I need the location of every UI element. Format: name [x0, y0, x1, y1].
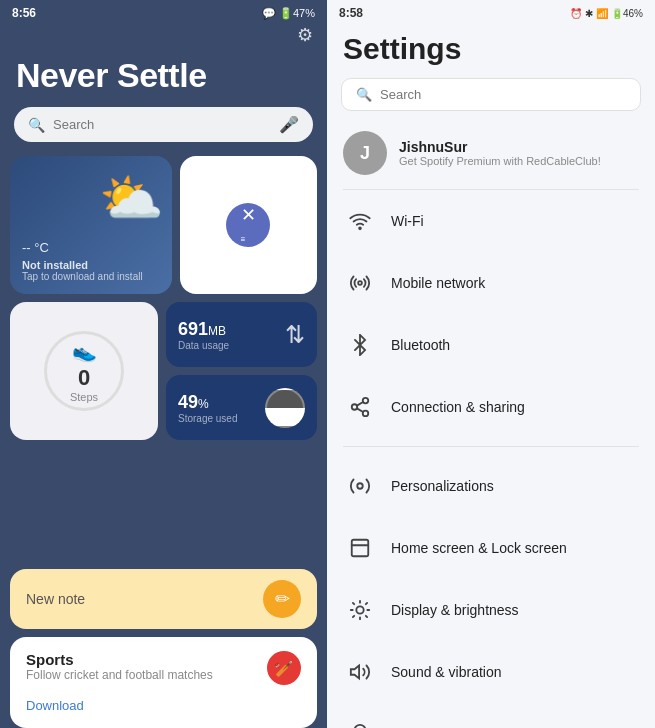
sports-widget[interactable]: Sports Follow cricket and football match…: [10, 637, 317, 728]
svg-line-5: [357, 408, 363, 412]
steps-label: Steps: [70, 391, 98, 403]
settings-item-personalizations[interactable]: Personalizations: [327, 455, 655, 517]
top-bar-left: ⚙: [0, 24, 327, 52]
calc-x-icon: ✕≡: [241, 204, 256, 247]
wifi-icon: [343, 204, 377, 238]
steps-widget[interactable]: 👟 0 Steps: [10, 302, 158, 440]
left-panel: 8:56 💬 🔋47% ⚙ Never Settle 🔍 🎤 ⛅ -- °C N…: [0, 0, 327, 728]
display-icon: [343, 593, 377, 627]
note-widget[interactable]: New note ✏: [10, 569, 317, 629]
search-icon-left: 🔍: [28, 117, 45, 133]
widgets-row-2: 👟 0 Steps 691MB Data usage ⇅: [10, 302, 317, 440]
sound-icon: [343, 655, 377, 689]
storage-circle-icon: [265, 388, 305, 428]
user-info: JishnuSur Get Spotify Premium with RedCa…: [399, 139, 601, 167]
data-amount: 691MB: [178, 319, 229, 340]
bluetooth-icon: [343, 328, 377, 362]
battery-icon-left: 🔋47%: [279, 7, 315, 20]
section-divider-2: [327, 447, 655, 455]
user-subtitle: Get Spotify Premium with RedCableClub!: [399, 155, 601, 167]
svg-line-14: [366, 616, 367, 617]
svg-line-13: [353, 603, 354, 604]
display-label: Display & brightness: [391, 602, 519, 618]
gear-icon[interactable]: ⚙: [297, 24, 313, 46]
storage-widget[interactable]: 49% Storage used: [166, 375, 317, 440]
sports-title: Sports: [26, 651, 213, 668]
time-right: 8:58: [339, 6, 363, 20]
homescreen-icon: [343, 531, 377, 565]
section-divider-1: [327, 438, 655, 446]
user-avatar: J: [343, 131, 387, 175]
data-col: 691MB Data usage ⇅ 49% Storage used: [166, 302, 317, 440]
settings-item-connection[interactable]: Connection & sharing: [327, 376, 655, 438]
steps-circle: 👟 0 Steps: [44, 331, 124, 411]
steps-icon: 👟: [72, 339, 97, 363]
svg-line-17: [353, 616, 354, 617]
svg-rect-8: [352, 540, 369, 557]
homescreen-label: Home screen & Lock screen: [391, 540, 567, 556]
connection-icon: [343, 390, 377, 424]
settings-item-notifications[interactable]: Notifications & status bar: [327, 703, 655, 728]
weather-temp: -- °C: [22, 240, 160, 255]
storage-label: Storage used: [178, 413, 238, 424]
sports-icon: 🏏: [267, 651, 301, 685]
settings-item-mobile[interactable]: Mobile network: [327, 252, 655, 314]
weather-subtitle: Tap to download and install: [22, 271, 160, 282]
search-bar-right[interactable]: 🔍: [341, 78, 641, 111]
right-panel: 8:58 ⏰ ✱ 📶 🔋46% Settings 🔍 J JishnuSur G…: [327, 0, 655, 728]
app-title: Never Settle: [0, 52, 327, 107]
calc-icon: ✕≡: [226, 203, 270, 247]
signal-icon: 📶: [596, 8, 608, 19]
whatsapp-icon: 💬: [262, 7, 276, 20]
svg-point-1: [358, 281, 362, 285]
weather-emoji-icon: ⛅: [99, 168, 164, 229]
steps-count: 0: [78, 365, 90, 391]
time-left: 8:56: [12, 6, 36, 20]
settings-item-bluetooth[interactable]: Bluetooth: [327, 314, 655, 376]
status-bar-left: 8:56 💬 🔋47%: [0, 0, 327, 24]
mic-icon[interactable]: 🎤: [279, 115, 299, 134]
svg-marker-19: [351, 666, 359, 679]
weather-status: Not installed: [22, 259, 160, 271]
mobile-network-label: Mobile network: [391, 275, 485, 291]
wifi-label: Wi-Fi: [391, 213, 424, 229]
data-usage-widget[interactable]: 691MB Data usage ⇅: [166, 302, 317, 367]
sports-desc: Follow cricket and football matches: [26, 668, 213, 682]
status-icons-right: ⏰ ✱ 📶 🔋46%: [570, 8, 643, 19]
status-icons-left: 💬 🔋47%: [262, 7, 315, 20]
mobile-network-icon: [343, 266, 377, 300]
settings-title: Settings: [327, 24, 655, 78]
notifications-icon: [343, 717, 377, 728]
weather-widget[interactable]: ⛅ -- °C Not installed Tap to download an…: [10, 156, 172, 294]
settings-item-homescreen[interactable]: Home screen & Lock screen: [327, 517, 655, 579]
svg-point-0: [359, 227, 361, 229]
alarm-icon: ⏰: [570, 8, 582, 19]
settings-item-display[interactable]: Display & brightness: [327, 579, 655, 641]
search-icon-right: 🔍: [356, 87, 372, 102]
download-link[interactable]: Download: [26, 698, 84, 713]
settings-item-wifi[interactable]: Wi-Fi: [327, 190, 655, 252]
settings-item-sound[interactable]: Sound & vibration: [327, 641, 655, 703]
note-text: New note: [26, 591, 85, 607]
search-input-right[interactable]: [380, 87, 626, 102]
storage-pct: 49%: [178, 392, 238, 413]
calculator-widget[interactable]: ✕≡: [180, 156, 318, 294]
connection-label: Connection & sharing: [391, 399, 525, 415]
sound-label: Sound & vibration: [391, 664, 502, 680]
personalizations-icon: [343, 469, 377, 503]
bluetooth-status-icon: ✱: [585, 8, 593, 19]
search-input-left[interactable]: [53, 117, 271, 132]
svg-line-6: [357, 402, 363, 406]
widgets-row-1: ⛅ -- °C Not installed Tap to download an…: [10, 156, 317, 294]
sports-header: Sports Follow cricket and football match…: [26, 651, 301, 692]
status-bar-right: 8:58 ⏰ ✱ 📶 🔋46%: [327, 0, 655, 24]
data-info: 691MB Data usage: [178, 319, 229, 351]
svg-point-10: [356, 606, 363, 613]
personalizations-label: Personalizations: [391, 478, 494, 494]
user-profile[interactable]: J JishnuSur Get Spotify Premium with Red…: [327, 121, 655, 189]
svg-line-18: [366, 603, 367, 604]
search-bar-left[interactable]: 🔍 🎤: [14, 107, 313, 142]
note-edit-button[interactable]: ✏: [263, 580, 301, 618]
settings-list: Wi-Fi Mobile network Bluetooth: [327, 190, 655, 728]
storage-info: 49% Storage used: [178, 392, 238, 424]
